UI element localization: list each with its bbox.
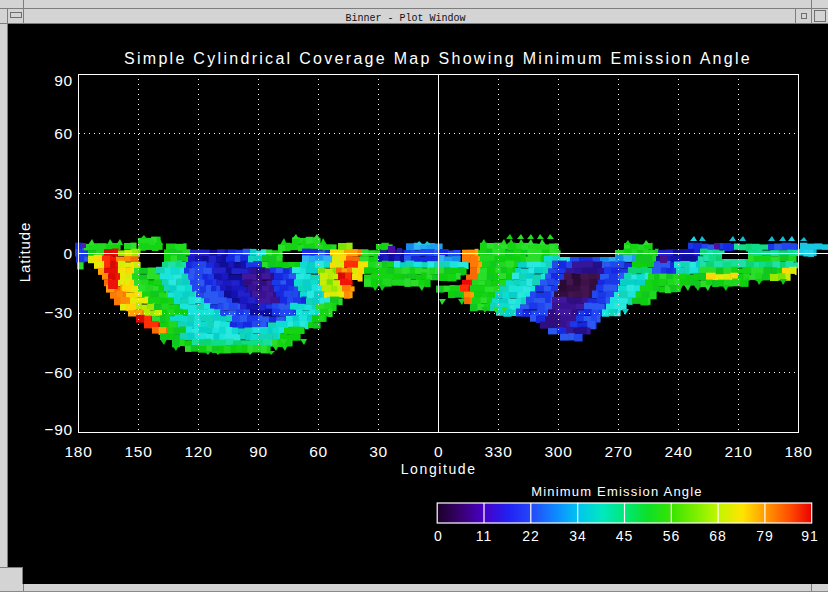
svg-text:Minimum Emission Angle: Minimum Emission Angle: [531, 484, 703, 499]
svg-text:60: 60: [309, 443, 328, 460]
svg-text:180: 180: [784, 443, 812, 460]
svg-text:Latitude: Latitude: [16, 222, 33, 283]
svg-text:−90: −90: [44, 421, 73, 438]
svg-text:79: 79: [756, 528, 774, 544]
svg-text:30: 30: [54, 185, 73, 202]
svg-text:90: 90: [249, 443, 268, 460]
svg-text:240: 240: [664, 443, 692, 460]
svg-text:0: 0: [434, 443, 443, 460]
svg-text:−30: −30: [44, 304, 73, 321]
svg-text:150: 150: [124, 443, 152, 460]
svg-text:56: 56: [663, 528, 681, 544]
svg-text:22: 22: [522, 528, 540, 544]
svg-text:34: 34: [569, 528, 587, 544]
svg-text:90: 90: [54, 72, 73, 89]
svg-text:330: 330: [484, 443, 512, 460]
svg-text:300: 300: [544, 443, 572, 460]
svg-text:30: 30: [369, 443, 388, 460]
svg-text:0: 0: [64, 245, 73, 262]
svg-text:−60: −60: [44, 364, 73, 381]
svg-text:270: 270: [604, 443, 632, 460]
svg-text:Simple Cylindrical Coverage Ma: Simple Cylindrical Coverage Map Showing …: [124, 50, 752, 67]
svg-text:68: 68: [709, 528, 727, 544]
svg-text:45: 45: [616, 528, 634, 544]
svg-text:11: 11: [476, 528, 493, 544]
svg-text:60: 60: [54, 125, 73, 142]
svg-text:0: 0: [434, 528, 443, 544]
svg-text:210: 210: [724, 443, 752, 460]
svg-text:180: 180: [64, 443, 92, 460]
svg-text:120: 120: [184, 443, 212, 460]
svg-text:Longitude: Longitude: [401, 461, 477, 477]
svg-text:91: 91: [801, 528, 819, 544]
